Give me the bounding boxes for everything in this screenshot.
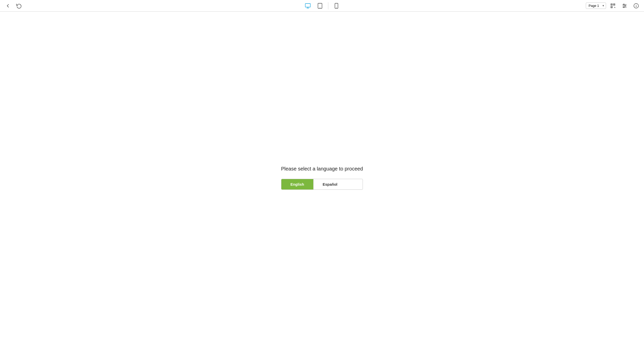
page-select-wrapper: Page 1 Page 2 Page 3 ▼ bbox=[586, 3, 606, 9]
desktop-view-button[interactable] bbox=[302, 1, 313, 10]
info-button[interactable] bbox=[631, 2, 641, 10]
content-area: Please select a language to proceed Engl… bbox=[0, 12, 644, 344]
english-button[interactable]: English bbox=[281, 179, 313, 189]
svg-point-25 bbox=[623, 7, 624, 8]
svg-rect-3 bbox=[318, 3, 322, 8]
prompt-heading: Please select a language to proceed bbox=[281, 166, 363, 172]
qr-code-button[interactable] bbox=[608, 2, 618, 10]
svg-point-24 bbox=[625, 5, 626, 6]
svg-rect-5 bbox=[335, 3, 338, 8]
svg-rect-10 bbox=[614, 4, 615, 5]
main-content: Please select a language to proceed Engl… bbox=[0, 12, 644, 344]
tablet-view-button[interactable] bbox=[314, 1, 325, 10]
svg-rect-0 bbox=[305, 4, 310, 7]
language-prompt: Please select a language to proceed Engl… bbox=[281, 166, 363, 190]
toolbar-divider bbox=[328, 2, 328, 9]
language-buttons-group: English Español bbox=[281, 179, 363, 190]
toolbar: Page 1 Page 2 Page 3 ▼ bbox=[0, 0, 644, 12]
page-select[interactable]: Page 1 Page 2 Page 3 bbox=[586, 3, 606, 9]
refresh-button[interactable] bbox=[14, 2, 24, 10]
svg-rect-8 bbox=[611, 4, 612, 5]
svg-point-23 bbox=[623, 4, 624, 5]
toolbar-left bbox=[3, 2, 24, 10]
mobile-view-button[interactable] bbox=[331, 1, 342, 10]
toolbar-center bbox=[302, 1, 342, 10]
toolbar-right: Page 1 Page 2 Page 3 ▼ bbox=[586, 2, 641, 10]
svg-rect-12 bbox=[611, 7, 612, 7]
espanol-button[interactable]: Español bbox=[313, 179, 346, 189]
back-button[interactable] bbox=[3, 2, 13, 10]
settings-button[interactable] bbox=[620, 2, 629, 10]
